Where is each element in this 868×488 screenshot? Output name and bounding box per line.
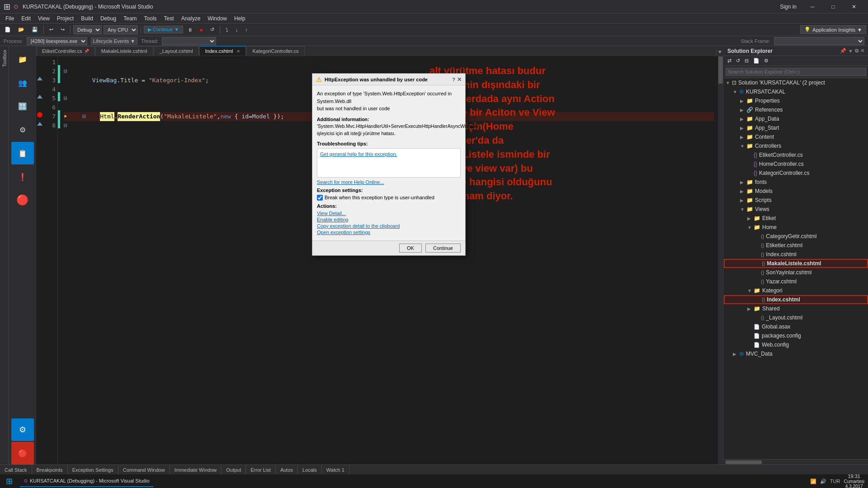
tree-app-data[interactable]: ▶ 📁 App_Data xyxy=(724,114,868,123)
minimize-button[interactable]: ─ xyxy=(802,0,823,14)
tab-output[interactable]: Output xyxy=(222,465,246,475)
class-view-icon[interactable]: 🔠 xyxy=(11,95,34,117)
exception-checkbox-label[interactable]: Break when this exception type is user-u… xyxy=(317,195,461,201)
tab-kategori-controller[interactable]: KategoriController.cs xyxy=(246,46,304,56)
tab-locals[interactable]: Locals xyxy=(298,465,322,475)
app-insights-button[interactable]: 💡 Application Insights ▼ xyxy=(800,25,866,34)
tab-scroll-right[interactable]: ▼ xyxy=(716,49,723,56)
browser-icon[interactable]: 🔴 xyxy=(11,189,34,211)
tab-index-cshtml[interactable]: Index.cshtml ✕ xyxy=(199,46,246,56)
sign-in-link[interactable]: Sign in xyxy=(780,4,797,10)
tb-stop-icon[interactable]: ■ xyxy=(197,26,206,33)
tree-solution[interactable]: ▼ ⊡ Solution 'KURSATCAKAL' (2 project xyxy=(724,78,868,87)
menu-help[interactable]: Help xyxy=(231,14,249,23)
dialog-help-icon[interactable]: ? xyxy=(452,77,455,82)
menu-window[interactable]: Window xyxy=(204,14,231,23)
tree-categorygetir[interactable]: . {} CategoryGetir.cshtml xyxy=(724,232,868,241)
tree-scripts[interactable]: ▶ 📁 Scripts xyxy=(724,196,868,205)
ok-button[interactable]: OK xyxy=(399,244,422,253)
tip-link[interactable]: Get general help for this exception. xyxy=(320,151,397,157)
tree-global-asax[interactable]: . 📄 Global.asax xyxy=(724,322,868,331)
maximize-button[interactable]: □ xyxy=(823,0,844,14)
se-sync-icon[interactable]: ⇄ xyxy=(726,57,733,65)
tab-error-list[interactable]: Error List xyxy=(246,465,276,475)
thread-dropdown[interactable] xyxy=(162,37,216,45)
tab-immediate-window[interactable]: Immediate Window xyxy=(170,465,222,475)
se-pin-icon[interactable]: 📌 xyxy=(840,48,846,54)
se-scrollbar-thumb-h[interactable] xyxy=(726,460,762,464)
tree-web-config[interactable]: . 📄 Web.config xyxy=(724,340,868,349)
editor-scrollbar-v[interactable] xyxy=(718,56,723,465)
lifecycle-events-dropdown[interactable]: Lifecycle Events ▼ xyxy=(91,38,137,45)
properties-icon[interactable]: ⚙ xyxy=(11,118,34,141)
se-show-all-files-icon[interactable]: 📄 xyxy=(751,57,761,65)
menu-view[interactable]: View xyxy=(34,14,53,23)
tree-models[interactable]: ▶ 📁 Models xyxy=(724,187,868,196)
tab-makale-listele[interactable]: MakaleListele.cshtml xyxy=(95,46,153,56)
tree-packages-config[interactable]: . 📄 packages.config xyxy=(724,331,868,340)
se-search-input[interactable] xyxy=(726,68,866,76)
tree-views-etiket[interactable]: ▶ 📁 Etiket xyxy=(724,214,868,223)
tree-makale-listele[interactable]: . {} MakaleListele.cshtml xyxy=(724,259,868,268)
tree-views-shared[interactable]: ▶ 📁 Shared xyxy=(724,304,868,313)
menu-tools[interactable]: Tools xyxy=(141,14,160,23)
start-button[interactable]: ⊞ xyxy=(0,474,18,488)
tab-exception-settings[interactable]: Exception Settings xyxy=(68,465,118,475)
tab-breakpoints[interactable]: Breakpoints xyxy=(32,465,68,475)
tb-pause-icon[interactable]: ⏸ xyxy=(185,26,195,33)
menu-project[interactable]: Project xyxy=(53,14,77,23)
continue-dialog-button[interactable]: Continue xyxy=(425,244,461,253)
menu-team[interactable]: Team xyxy=(120,14,140,23)
scrollbar-thumb-v[interactable] xyxy=(718,56,723,84)
tree-properties[interactable]: ▶ 📁 Properties xyxy=(724,96,868,105)
close-button[interactable]: ✕ xyxy=(844,0,864,14)
tree-content[interactable]: ▶ 📁 Content xyxy=(724,132,868,141)
menu-debug[interactable]: Debug xyxy=(97,14,120,23)
tree-home-index[interactable]: . {} Index.cshtml xyxy=(724,250,868,259)
explorer-icon[interactable]: 📁 xyxy=(11,48,34,70)
tab-close-icon[interactable]: ✕ xyxy=(236,49,240,54)
stack-frame-dropdown[interactable] xyxy=(774,37,864,45)
platform-dropdown[interactable]: Any CPU xyxy=(104,25,138,34)
tb-step-out-icon[interactable]: ↑ xyxy=(242,26,250,33)
tree-views-kategori[interactable]: ▼ 📁 Kategori xyxy=(724,286,868,295)
taskbar-vs-item[interactable]: ⚙ KURSATCAKAL (Debugging) - Microsoft Vi… xyxy=(20,475,153,487)
tree-app-start[interactable]: ▶ 📁 App_Start xyxy=(724,123,868,132)
tree-kategori-index[interactable]: . {} Index.cshtml xyxy=(724,295,868,304)
tree-views-home[interactable]: ▼ 📁 Home xyxy=(724,223,868,232)
tb-step-into-icon[interactable]: ↓ xyxy=(233,26,241,33)
tb-save-icon[interactable]: 💾 xyxy=(29,26,41,33)
tips-box[interactable]: Get general help for this exception. xyxy=(317,148,461,178)
se-scrollbar-h[interactable] xyxy=(724,459,868,465)
tab-autos[interactable]: Autos xyxy=(276,465,298,475)
tree-mvc-data[interactable]: ▶ ⚙ MVC_Data xyxy=(724,349,868,358)
tree-home-controller[interactable]: . {} HomeController.cs xyxy=(724,160,868,169)
tree-etiket-controller[interactable]: . {} EtiketController.cs xyxy=(724,150,868,160)
tree-project-kursatcakal[interactable]: ▼ ⚙ KURSATCAKAL xyxy=(724,87,868,96)
team-explorer-icon[interactable]: 👥 xyxy=(11,71,34,94)
menu-test[interactable]: Test xyxy=(160,14,178,23)
output-icon[interactable]: 📋 xyxy=(11,142,34,164)
tab-etiket-controller[interactable]: EtiketController.cs 📌 xyxy=(36,46,95,56)
tree-yazar[interactable]: . {} Yazar.cshtml xyxy=(724,277,868,286)
menu-edit[interactable]: Edit xyxy=(18,14,34,23)
tb-new-project-icon[interactable]: 📄 xyxy=(2,26,14,33)
menu-build[interactable]: Build xyxy=(77,14,97,23)
tab-layout[interactable]: _Layout.cshtml xyxy=(154,46,199,56)
se-properties-icon[interactable]: ⚙ xyxy=(762,57,770,65)
tab-watch-1[interactable]: Watch 1 xyxy=(322,465,349,475)
tree-controllers[interactable]: ▼ 📁 Controllers xyxy=(724,141,868,150)
tb-step-over-icon[interactable]: ⤵ xyxy=(223,26,231,33)
continue-button[interactable]: ▶ Continue ▼ xyxy=(144,26,183,33)
tree-layout[interactable]: . {} _Layout.cshtml xyxy=(724,313,868,322)
copy-exception-link[interactable]: Copy exception detail to the clipboard xyxy=(317,223,461,229)
enable-editing-link[interactable]: Enable editing xyxy=(317,217,461,222)
tree-fonts[interactable]: ▶ 📁 fonts xyxy=(724,178,868,187)
tree-references[interactable]: ▶ 🔗 References xyxy=(724,105,868,114)
menu-file[interactable]: File xyxy=(2,14,18,23)
process-dropdown[interactable]: [4280] iisexpress.exe xyxy=(27,37,87,45)
view-detail-link[interactable]: View Detail... xyxy=(317,211,461,216)
se-refresh-icon[interactable]: ↺ xyxy=(734,57,742,65)
search-link[interactable]: Search for more Help Online... xyxy=(317,179,461,185)
tree-kategori-controller-file[interactable]: . {} KategoriController.cs xyxy=(724,169,868,178)
